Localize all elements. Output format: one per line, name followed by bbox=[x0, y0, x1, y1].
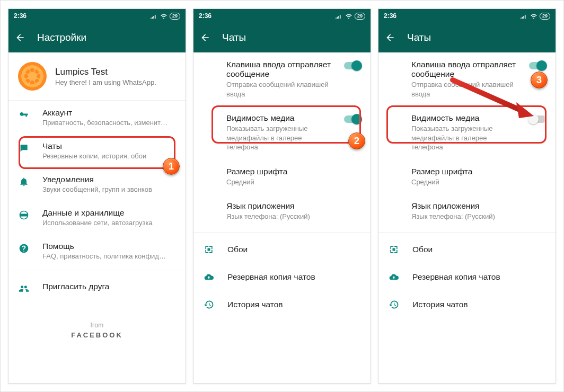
back-icon[interactable] bbox=[15, 32, 25, 43]
item-history[interactable]: История чатов bbox=[193, 291, 371, 318]
settings-item-chats[interactable]: ЧатыРезервные копии, история, обои bbox=[8, 134, 186, 167]
appbar-chats: Чаты bbox=[378, 23, 556, 52]
item-wallpaper[interactable]: Обои bbox=[193, 236, 371, 263]
time: 2:36 bbox=[199, 12, 212, 20]
item-history[interactable]: История чатов bbox=[378, 291, 556, 318]
appbar-title: Настройки bbox=[37, 32, 86, 43]
status-bar: 2:36 29 bbox=[378, 9, 556, 23]
profile-name: Lumpics Test bbox=[55, 67, 156, 77]
settings-item-invite[interactable]: Пригласить друга bbox=[8, 274, 186, 301]
divider bbox=[8, 271, 186, 271]
toggle-media-visibility[interactable] bbox=[344, 115, 361, 123]
phone-chats-on: 2:36 29 Чаты Клавиша ввода отправляет со… bbox=[193, 8, 371, 384]
toggle-enter-sends[interactable] bbox=[529, 62, 546, 69]
phone-settings: 2:36 29 Настройки Lumpics Test Hey there… bbox=[8, 8, 186, 384]
back-icon[interactable] bbox=[200, 32, 210, 43]
appbar-title: Чаты bbox=[222, 32, 246, 43]
settings-item-notifications[interactable]: УведомленияЗвуки сообщений, групп и звон… bbox=[8, 167, 186, 201]
battery-icon: 29 bbox=[540, 13, 550, 20]
signal-icon bbox=[336, 13, 343, 19]
toggle-media-visibility[interactable] bbox=[529, 115, 546, 123]
footer-facebook: FACEBOOK bbox=[8, 331, 186, 339]
battery-icon: 29 bbox=[170, 13, 180, 20]
toggle-enter-sends[interactable] bbox=[344, 62, 361, 69]
history-icon bbox=[388, 299, 400, 310]
item-wallpaper[interactable]: Обои bbox=[378, 236, 556, 263]
phone-chats-off: 2:36 29 Чаты Клавиша ввода отправляет со… bbox=[378, 8, 556, 384]
settings-item-account[interactable]: АккаунтПриватность, безопасность, измени… bbox=[8, 101, 186, 134]
key-icon bbox=[18, 110, 30, 120]
settings-item-help[interactable]: ПомощьFAQ, приватность, политика конфиде… bbox=[8, 234, 186, 268]
wallpaper-icon bbox=[388, 244, 400, 255]
item-backup[interactable]: Резервная копия чатов bbox=[378, 263, 556, 291]
data-icon bbox=[18, 210, 30, 220]
divider bbox=[378, 232, 556, 233]
status-bar: 2:36 29 bbox=[193, 9, 371, 23]
profile-row[interactable]: Lumpics Test Hey there! I am using Whats… bbox=[8, 52, 186, 101]
settings-item-data[interactable]: Данные и хранилищеИспользование сети, ав… bbox=[8, 201, 186, 234]
time: 2:36 bbox=[14, 12, 27, 20]
setting-font-size[interactable]: Размер шрифтаСредний bbox=[193, 159, 371, 194]
appbar-chats: Чаты bbox=[193, 23, 371, 52]
battery-icon: 29 bbox=[355, 13, 365, 20]
setting-media-visibility[interactable]: Видимость медиаПоказывать загруженные ме… bbox=[378, 106, 556, 159]
divider bbox=[193, 232, 371, 233]
cloud-up-icon bbox=[203, 272, 215, 282]
chat-icon bbox=[18, 143, 30, 154]
avatar bbox=[18, 62, 47, 91]
setting-media-visibility[interactable]: Видимость медиаПоказывать загруженные ме… bbox=[193, 106, 371, 159]
back-icon[interactable] bbox=[385, 32, 395, 43]
bell-icon bbox=[18, 176, 30, 187]
setting-app-language[interactable]: Язык приложенияЯзык телефона: (Русский) bbox=[378, 194, 556, 229]
profile-status: Hey there! I am using WhatsApp. bbox=[55, 78, 156, 86]
people-icon bbox=[18, 283, 30, 294]
time: 2:36 bbox=[384, 12, 396, 20]
signal-icon bbox=[521, 13, 528, 19]
setting-enter-sends[interactable]: Клавиша ввода отправляет сообщениеОтправ… bbox=[378, 52, 556, 106]
status-bar: 2:36 29 bbox=[8, 9, 186, 23]
setting-enter-sends[interactable]: Клавиша ввода отправляет сообщениеОтправ… bbox=[193, 52, 371, 106]
footer-from: from bbox=[8, 322, 186, 329]
wifi-icon bbox=[160, 13, 168, 19]
setting-app-language[interactable]: Язык приложенияЯзык телефона: (Русский) bbox=[193, 194, 371, 229]
appbar-settings: Настройки bbox=[8, 23, 186, 52]
setting-font-size[interactable]: Размер шрифтаСредний bbox=[378, 159, 556, 194]
signal-icon bbox=[151, 13, 158, 19]
help-icon bbox=[18, 243, 30, 254]
history-icon bbox=[203, 299, 215, 310]
item-backup[interactable]: Резервная копия чатов bbox=[193, 263, 371, 291]
cloud-up-icon bbox=[388, 272, 400, 282]
appbar-title: Чаты bbox=[407, 32, 431, 43]
wifi-icon bbox=[530, 13, 537, 19]
wallpaper-icon bbox=[203, 244, 215, 255]
wifi-icon bbox=[345, 13, 352, 19]
